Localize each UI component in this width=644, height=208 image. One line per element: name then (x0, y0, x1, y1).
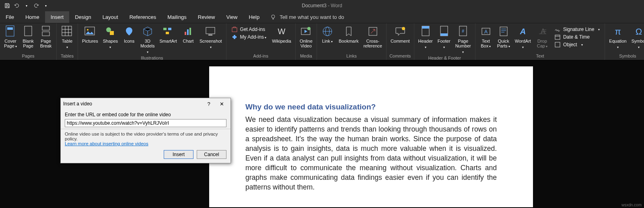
svg-rect-10 (110, 31, 114, 35)
date-time-button[interactable]: Date & Time (552, 33, 592, 41)
pictures-button[interactable]: Pictures (80, 24, 100, 43)
header-button[interactable]: Header (417, 24, 434, 50)
document-heading: Why do we need data visualization? (245, 103, 497, 111)
tab-review[interactable]: Review (192, 11, 221, 23)
document-page[interactable]: Why do we need data visualization? We ne… (209, 66, 533, 207)
svg-point-22 (307, 27, 311, 30)
pictures-icon (84, 25, 97, 38)
wordart-button[interactable]: AWordArt (513, 24, 533, 50)
tab-design[interactable]: Design (69, 11, 97, 23)
group-pages-label: Pages (22, 53, 34, 60)
tab-file[interactable]: File (0, 11, 20, 23)
dialog-note: Online video use is subject to the video… (65, 132, 218, 141)
tab-insert[interactable]: Insert (45, 11, 70, 23)
svg-text:Ω: Ω (636, 27, 642, 37)
online-video-button[interactable]: Online Video (298, 24, 314, 48)
wordart-icon: A (516, 25, 529, 38)
my-addins-button[interactable]: My Add-ins (229, 33, 269, 41)
page-break-button[interactable]: Page Break (38, 24, 54, 48)
header-icon (419, 25, 432, 38)
svg-text:π: π (615, 27, 621, 37)
screenshot-icon (204, 25, 217, 38)
qat-customize-icon[interactable]: ▾ (42, 2, 50, 10)
link-button[interactable]: Link (319, 24, 335, 44)
cross-ref-icon (366, 25, 379, 38)
bookmark-icon (342, 25, 355, 38)
undo-icon[interactable] (13, 2, 21, 10)
page-number-button[interactable]: #Page Number (454, 24, 473, 55)
dialog-help-button[interactable]: ? (202, 100, 215, 108)
tab-layout[interactable]: Layout (97, 11, 124, 23)
get-addins-button[interactable]: Get Add-ins (229, 26, 268, 33)
svg-rect-11 (163, 28, 167, 30)
signature-line-button[interactable]: Signature Line▾ (552, 26, 602, 33)
equation-button[interactable]: πEquation (607, 24, 628, 50)
svg-rect-1 (6, 26, 14, 36)
wikipedia-button[interactable]: WWikipedia (270, 24, 293, 43)
smartart-button[interactable]: SmartArt (158, 24, 179, 43)
drop-cap-button[interactable]: ADrop Cap (534, 24, 550, 49)
tell-me-search[interactable]: Tell me what you want to do (265, 11, 349, 23)
svg-rect-38 (555, 35, 560, 39)
quick-access-toolbar: ▾ ▾ (0, 2, 53, 10)
window-title: Document3 - Word (302, 3, 342, 8)
quick-parts-button[interactable]: Quick Parts (496, 24, 512, 49)
wikipedia-icon: W (275, 25, 288, 38)
text-box-button[interactable]: AText Box (478, 24, 494, 49)
symbol-button[interactable]: ΩSymbol (630, 24, 644, 50)
object-button[interactable]: Object▾ (552, 41, 585, 48)
tab-help[interactable]: Help (243, 11, 265, 23)
tab-references[interactable]: References (124, 11, 162, 23)
cover-page-button[interactable]: Cover Page (2, 24, 19, 49)
svg-rect-30 (440, 33, 448, 36)
svg-rect-16 (189, 28, 191, 35)
dropcap-icon: A (536, 25, 549, 38)
textbox-icon: A (479, 25, 492, 38)
svg-text:#: # (462, 29, 465, 33)
svg-point-26 (402, 27, 405, 30)
svg-rect-14 (185, 32, 186, 35)
learn-more-link[interactable]: Learn more about inserting online videos (65, 141, 148, 146)
insert-button[interactable]: Insert (164, 150, 193, 159)
cover-page-icon (4, 25, 17, 38)
shapes-button[interactable]: Shapes (101, 24, 119, 50)
3d-models-button[interactable]: 3D Models (139, 24, 156, 55)
screenshot-button[interactable]: Screenshot (198, 24, 224, 50)
svg-rect-39 (555, 42, 560, 47)
svg-rect-2 (7, 27, 13, 30)
dialog-title: Insert a video (63, 101, 202, 107)
signature-icon (554, 26, 561, 33)
redo-icon[interactable] (32, 2, 40, 10)
video-icon (300, 25, 313, 38)
cancel-button[interactable]: Cancel (197, 150, 226, 159)
chart-icon (182, 25, 195, 38)
footer-button[interactable]: Footer (436, 24, 452, 50)
svg-point-0 (272, 15, 275, 18)
svg-text:A: A (520, 27, 526, 36)
svg-rect-12 (168, 28, 171, 30)
comment-button[interactable]: Comment (389, 24, 412, 43)
dialog-title-bar[interactable]: Insert a video ? ✕ (61, 98, 230, 109)
svg-rect-19 (232, 28, 237, 32)
cross-reference-button[interactable]: Cross- reference (362, 24, 383, 48)
group-comments-label: Comments (389, 53, 411, 60)
tab-mailings[interactable]: Mailings (162, 11, 192, 23)
object-icon (554, 41, 561, 48)
bookmark-button[interactable]: Bookmark (337, 24, 360, 43)
table-icon (61, 25, 74, 38)
link-icon (321, 25, 334, 38)
undo-dropdown-icon[interactable]: ▾ (23, 2, 31, 10)
shapes-icon (104, 25, 117, 38)
svg-rect-4 (42, 26, 49, 30)
chart-button[interactable]: Chart (180, 24, 196, 43)
footer-icon (438, 25, 451, 38)
video-url-input[interactable] (65, 119, 226, 127)
save-icon[interactable] (3, 2, 11, 10)
table-button[interactable]: Table (59, 24, 75, 50)
tab-home[interactable]: Home (20, 11, 45, 23)
blank-page-button[interactable]: Blank Page (20, 24, 36, 48)
dialog-close-button[interactable]: ✕ (215, 100, 228, 108)
icons-button[interactable]: Icons (121, 24, 137, 43)
svg-rect-3 (25, 26, 32, 36)
tab-view[interactable]: View (220, 11, 243, 23)
